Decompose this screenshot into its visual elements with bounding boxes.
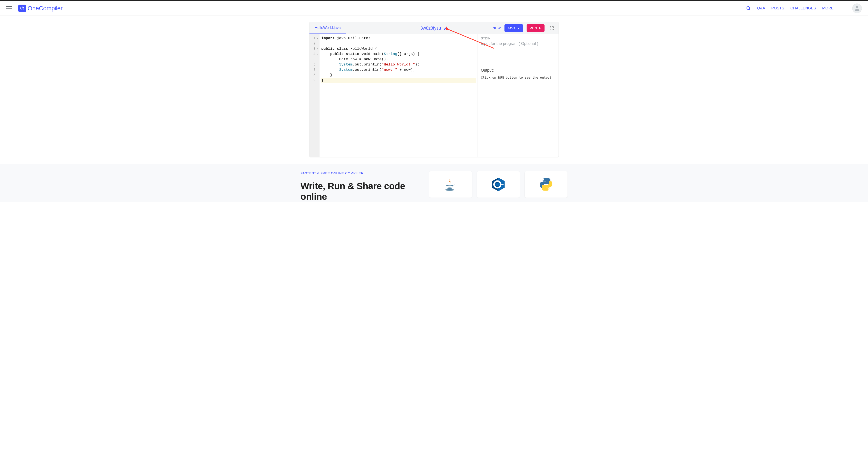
svg-line-0: [22, 7, 22, 10]
lang-card-java[interactable]: [429, 171, 472, 198]
svg-point-11: [543, 179, 544, 180]
line-number: 9: [309, 78, 318, 83]
tagline: FASTEST & FREE ONLINE COMPILER: [301, 171, 421, 175]
language-select-button[interactable]: JAVA: [504, 24, 523, 32]
code-line[interactable]: System.out.println("now: " + now);: [321, 67, 476, 73]
code-line[interactable]: }: [321, 73, 476, 78]
chevron-down-icon: [517, 27, 520, 30]
nav-qa[interactable]: Q&A: [757, 6, 765, 10]
compiler-panel: HelloWorld.java 3w8z8fysu NEW JAVA RUN: [309, 22, 559, 157]
svg-point-3: [856, 6, 858, 8]
svg-text:++: ++: [500, 183, 504, 186]
lang-card-cpp[interactable]: ++: [477, 171, 520, 198]
fullscreen-icon[interactable]: [549, 26, 554, 31]
menu-icon[interactable]: [6, 5, 12, 11]
stdin-label: STDIN: [481, 36, 555, 40]
brand-name: OneCompiler: [28, 5, 62, 12]
output-text: Click on RUN button to see the output: [481, 76, 555, 79]
line-number: 3: [309, 46, 318, 52]
file-tab[interactable]: HelloWorld.java: [309, 22, 346, 34]
edit-icon[interactable]: [443, 26, 447, 30]
code-line[interactable]: Date now = new Date();: [321, 57, 476, 62]
snippet-id[interactable]: 3w8z8fysu: [421, 26, 441, 31]
io-panel: STDIN Output: Click on RUN button to see…: [477, 34, 559, 157]
code-line[interactable]: [321, 41, 476, 46]
svg-point-12: [548, 189, 549, 190]
stdin-input[interactable]: [481, 41, 555, 55]
code-line[interactable]: public static void main(String[] args) {: [321, 52, 476, 57]
nav-challenges[interactable]: CHALLENGES: [790, 6, 816, 10]
python-icon: [538, 177, 554, 192]
file-tab-label: HelloWorld.java: [315, 26, 341, 30]
svg-rect-9: [496, 183, 500, 186]
divider: [844, 3, 844, 13]
line-gutter: 123456789: [309, 34, 319, 157]
user-avatar[interactable]: [852, 3, 862, 13]
line-number: 2: [309, 41, 318, 46]
line-number: 1: [309, 36, 318, 41]
language-label: JAVA: [507, 26, 516, 30]
line-number: 6: [309, 62, 318, 67]
output-label: Output:: [481, 68, 555, 73]
headline: Write, Run & Share code online: [301, 181, 421, 202]
nav-more[interactable]: MORE: [822, 6, 834, 10]
run-label: RUN: [530, 26, 537, 30]
brand-badge: [19, 5, 26, 12]
svg-point-5: [445, 189, 455, 191]
line-number: 8: [309, 73, 318, 78]
code-line[interactable]: System.out.println("Hello World! ");: [321, 62, 476, 67]
code-editor[interactable]: 123456789 import java.util.Date;public c…: [309, 34, 477, 157]
cpp-icon: ++: [491, 177, 506, 192]
new-link[interactable]: NEW: [492, 26, 501, 30]
line-number: 7: [309, 67, 318, 73]
top-navbar: OneCompiler Q&A POSTS CHALLENGES MORE: [0, 1, 868, 16]
panel-header: HelloWorld.java 3w8z8fysu NEW JAVA RUN: [309, 22, 559, 34]
line-number: 5: [309, 57, 318, 62]
svg-point-1: [747, 6, 750, 9]
search-icon[interactable]: [746, 6, 751, 11]
nav-posts[interactable]: POSTS: [771, 6, 784, 10]
brand-logo[interactable]: OneCompiler: [19, 5, 62, 12]
play-icon: [538, 27, 541, 30]
svg-line-2: [749, 9, 750, 10]
code-line[interactable]: }: [321, 78, 476, 83]
code-area[interactable]: import java.util.Date;public class Hello…: [319, 34, 477, 157]
lang-card-python[interactable]: [525, 171, 567, 198]
line-number: 4: [309, 52, 318, 57]
code-line[interactable]: import java.util.Date;: [321, 36, 476, 41]
top-nav-links: Q&A POSTS CHALLENGES MORE: [746, 3, 862, 13]
run-button[interactable]: RUN: [527, 24, 545, 32]
java-icon: [443, 177, 458, 192]
code-line[interactable]: public class HelloWorld {: [321, 46, 476, 52]
